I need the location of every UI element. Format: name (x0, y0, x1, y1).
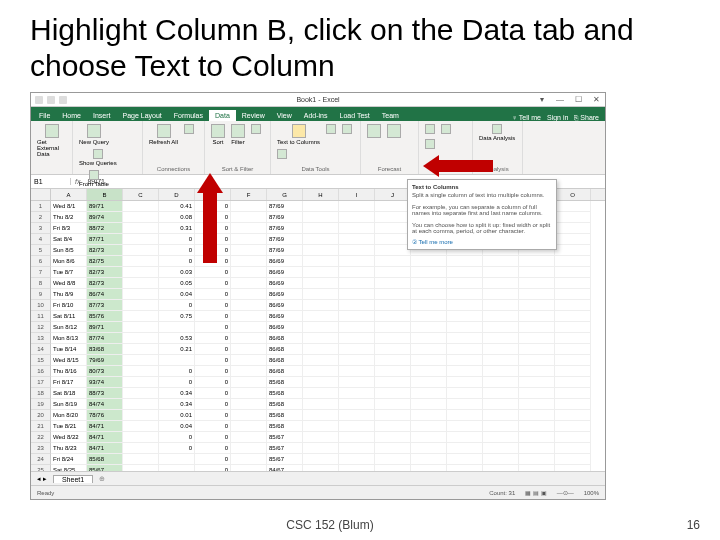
cell[interactable]: 88/73 (87, 388, 123, 399)
row-header[interactable]: 20 (31, 410, 51, 421)
cell[interactable] (411, 256, 447, 267)
cell[interactable]: 0 (195, 322, 231, 333)
cell[interactable] (555, 410, 591, 421)
cell[interactable] (483, 311, 519, 322)
cell[interactable] (411, 278, 447, 289)
cell[interactable] (231, 432, 267, 443)
cell[interactable]: 0 (159, 432, 195, 443)
cell[interactable]: 0.04 (159, 421, 195, 432)
cell[interactable] (123, 278, 159, 289)
cell[interactable]: Sat 8/4 (51, 234, 87, 245)
cell[interactable]: 86/68 (267, 333, 303, 344)
row-header[interactable]: 16 (31, 366, 51, 377)
cell[interactable]: 85/68 (267, 410, 303, 421)
cell[interactable] (519, 388, 555, 399)
cell[interactable] (483, 333, 519, 344)
cell[interactable]: 0.01 (159, 410, 195, 421)
cell[interactable] (447, 399, 483, 410)
cell[interactable]: 78/76 (87, 410, 123, 421)
cell[interactable] (123, 300, 159, 311)
column-header-F[interactable]: F (231, 189, 267, 200)
cell[interactable] (411, 344, 447, 355)
cell[interactable] (555, 399, 591, 410)
cell[interactable]: 0 (195, 300, 231, 311)
tab-review[interactable]: Review (236, 110, 271, 121)
cell[interactable] (339, 289, 375, 300)
cell[interactable] (555, 355, 591, 366)
sign-in[interactable]: Sign in (547, 114, 568, 121)
select-all-corner[interactable] (31, 189, 51, 200)
cell[interactable]: 0.75 (159, 311, 195, 322)
cell[interactable] (447, 443, 483, 454)
cell[interactable] (231, 289, 267, 300)
cell[interactable] (375, 311, 411, 322)
row-header[interactable]: 24 (31, 454, 51, 465)
row-header[interactable]: 6 (31, 256, 51, 267)
cell[interactable]: 85/68 (267, 377, 303, 388)
tab-insert[interactable]: Insert (87, 110, 117, 121)
row-header[interactable]: 14 (31, 344, 51, 355)
zoom-slider[interactable]: —⊙— (557, 489, 574, 496)
cell[interactable] (123, 344, 159, 355)
cell[interactable] (411, 333, 447, 344)
cell[interactable]: 0 (195, 410, 231, 421)
row-header[interactable]: 23 (31, 443, 51, 454)
cell[interactable] (303, 454, 339, 465)
close-icon[interactable]: ✕ (587, 93, 605, 107)
cell[interactable] (519, 377, 555, 388)
cell[interactable]: 87/69 (267, 234, 303, 245)
column-header-G[interactable]: G (267, 189, 303, 200)
column-header-B[interactable]: B (87, 189, 123, 200)
cell[interactable]: 86/69 (267, 322, 303, 333)
cell[interactable] (411, 454, 447, 465)
cell[interactable] (303, 421, 339, 432)
cell[interactable]: 89/71 (87, 322, 123, 333)
cell[interactable] (483, 432, 519, 443)
cell[interactable] (447, 322, 483, 333)
cell[interactable] (555, 278, 591, 289)
cell[interactable]: 0 (195, 443, 231, 454)
cell[interactable] (519, 344, 555, 355)
cell[interactable]: 0 (195, 311, 231, 322)
cell[interactable] (375, 289, 411, 300)
cell[interactable]: 89/71 (87, 201, 123, 212)
cell[interactable] (411, 289, 447, 300)
cell[interactable] (231, 201, 267, 212)
cell[interactable] (303, 355, 339, 366)
cell[interactable] (339, 355, 375, 366)
cell[interactable]: 0 (159, 245, 195, 256)
cell[interactable] (483, 344, 519, 355)
cell[interactable] (411, 300, 447, 311)
whatif-button[interactable] (365, 123, 383, 140)
cell[interactable] (303, 201, 339, 212)
cell[interactable] (483, 454, 519, 465)
cell[interactable] (447, 278, 483, 289)
cell[interactable]: Fri 8/3 (51, 223, 87, 234)
name-box[interactable]: B1 (31, 178, 71, 185)
cell[interactable] (303, 388, 339, 399)
cell[interactable] (483, 443, 519, 454)
cell[interactable]: 82/73 (87, 278, 123, 289)
cell[interactable]: Mon 8/20 (51, 410, 87, 421)
get-external-data-button[interactable]: Get External Data (35, 123, 68, 158)
cell[interactable] (303, 212, 339, 223)
subtotal-button[interactable] (423, 138, 437, 151)
cell[interactable]: Fri 8/24 (51, 454, 87, 465)
cell[interactable]: 80/73 (87, 366, 123, 377)
ribbon-options-icon[interactable]: ▾ (533, 93, 551, 107)
cell[interactable]: 86/68 (267, 344, 303, 355)
cell[interactable] (339, 223, 375, 234)
cell[interactable] (339, 344, 375, 355)
cell[interactable]: 0 (195, 267, 231, 278)
row-header[interactable]: 2 (31, 212, 51, 223)
cell[interactable]: 0.04 (159, 289, 195, 300)
cell[interactable] (231, 388, 267, 399)
cell[interactable] (519, 355, 555, 366)
cell[interactable] (483, 322, 519, 333)
cell[interactable]: Thu 8/16 (51, 366, 87, 377)
cell[interactable] (483, 366, 519, 377)
cell[interactable]: 0 (195, 289, 231, 300)
cell[interactable] (339, 399, 375, 410)
cell[interactable] (447, 289, 483, 300)
cell[interactable] (375, 377, 411, 388)
